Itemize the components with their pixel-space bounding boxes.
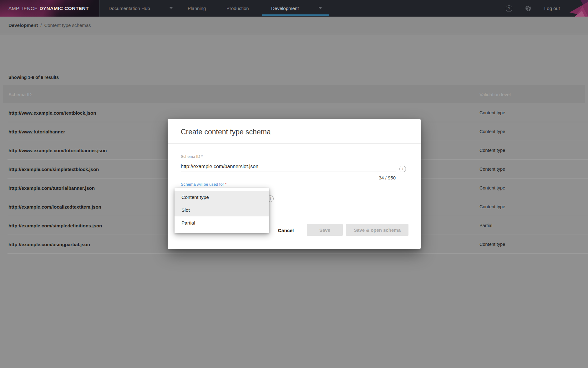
schema-used-for-label: Schema will be used for*	[181, 182, 226, 187]
schema-id-input[interactable]	[181, 161, 396, 172]
save-button[interactable]: Save	[307, 224, 343, 236]
gear-icon[interactable]	[525, 5, 532, 12]
nav-item-label: Production	[226, 6, 249, 11]
validation-level-cell: Content type	[479, 103, 505, 122]
column-header-validation-level: Validation level	[479, 85, 511, 103]
log-out-label: Log out	[544, 6, 560, 11]
nav-item-label: Planning	[188, 6, 206, 11]
save-and-open-schema-button[interactable]: Save & open schema	[346, 224, 408, 236]
validation-level-cell: Content type	[479, 122, 505, 141]
nav-item-production[interactable]: Production	[226, 0, 249, 17]
dropdown-option-content-type[interactable]: Content type	[175, 191, 269, 204]
info-icon[interactable]: i	[399, 166, 406, 172]
validation-level-cell: Content type	[479, 197, 505, 216]
schema-id-cell: http://www.example.com/tutorialbanner.js…	[8, 141, 107, 160]
character-counter: 34 / 950	[181, 175, 396, 180]
top-nav: AMPLIENCE DYNAMIC CONTENT Documentation …	[0, 0, 588, 17]
validation-level-cell: Content type	[479, 141, 505, 160]
schema-id-field-label: Schema ID *	[181, 154, 203, 159]
dropdown-option-partial[interactable]: Partial	[175, 216, 269, 229]
breadcrumb-page-title: Content type schemas	[44, 23, 91, 28]
nav-item-documentation-hub[interactable]: Documentation Hub	[109, 0, 150, 17]
required-asterisk: *	[225, 182, 226, 187]
schema-id-cell: http://example.com/usingpartial.json	[8, 235, 90, 254]
schema-id-cell: http://example.com/localizedtextitem.jso…	[8, 197, 101, 216]
validation-level-cell: Content type	[479, 179, 505, 197]
help-icon[interactable]: ?	[506, 5, 512, 12]
schema-id-cell: http://example.com/tutorialbanner.json	[8, 179, 95, 197]
nav-item-label: Development	[271, 6, 299, 11]
brand-product-name: DYNAMIC CONTENT	[39, 6, 89, 11]
schema-used-for-dropdown-menu: Content typeSlotPartial	[175, 188, 269, 233]
schema-id-cell: http://www.tutorialbanner	[8, 122, 65, 141]
nav-item-label: Documentation Hub	[109, 6, 150, 11]
chevron-down-icon	[318, 7, 322, 9]
cancel-button[interactable]: Cancel	[274, 225, 298, 236]
results-summary: Showing 1-8 of 8 results	[8, 75, 59, 80]
brand-corner-art	[562, 0, 588, 17]
table-header-row: Schema ID Validation level	[3, 85, 585, 103]
log-out-button[interactable]: Log out	[544, 0, 560, 17]
validation-level-cell: Partial	[479, 216, 492, 235]
breadcrumb-bar: Development / Content type schemas	[0, 17, 588, 34]
validation-level-cell: Content type	[479, 235, 505, 254]
schema-id-cell: http://www.example.com/textblock.json	[8, 103, 96, 122]
brand-name: AMPLIENCE	[8, 6, 38, 11]
breadcrumb: Development / Content type schemas	[8, 17, 91, 34]
dialog-title: Create content type schema	[181, 128, 271, 136]
amplience-logo[interactable]: AMPLIENCE DYNAMIC CONTENT	[0, 0, 99, 17]
dropdown-option-slot[interactable]: Slot	[175, 204, 269, 216]
column-header-schema-id: Schema ID	[8, 85, 32, 103]
dialog-title-divider	[168, 143, 421, 144]
schema-used-for-label-text: Schema will be used for	[181, 182, 224, 187]
breadcrumb-separator: /	[40, 23, 42, 28]
breadcrumb-development-link[interactable]: Development	[8, 23, 38, 28]
nav-item-planning[interactable]: Planning	[188, 0, 206, 17]
schema-id-cell: http://example.com/simpledefinitions.jso…	[8, 216, 102, 235]
chevron-down-icon	[169, 7, 173, 9]
schema-id-cell: http://example.com/simpletextblock.json	[8, 160, 99, 179]
active-tab-underline	[262, 14, 329, 16]
validation-level-cell: Content type	[479, 160, 505, 179]
